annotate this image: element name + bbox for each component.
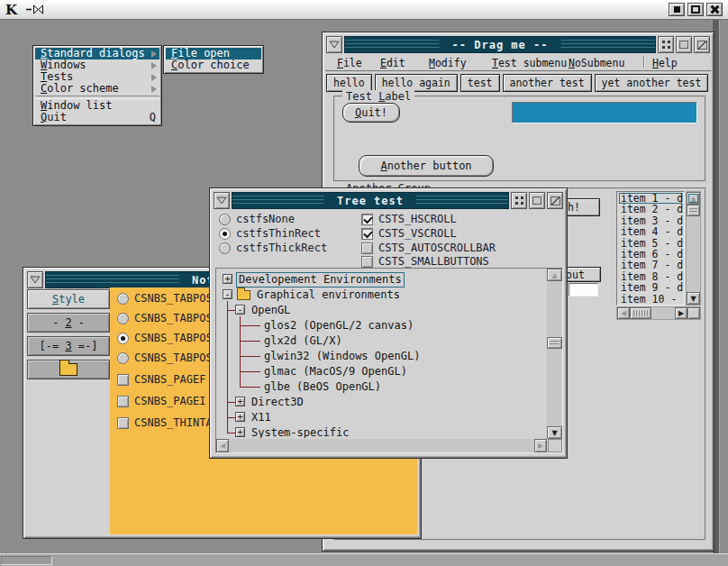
radio-icon[interactable] xyxy=(219,228,231,240)
list-item[interactable]: item 7 - d xyxy=(619,260,682,270)
minimize-button[interactable] xyxy=(669,3,685,16)
menubar-item-test-submenu[interactable]: Test submenu xyxy=(492,57,567,69)
drag-handle-stripes[interactable]: -- Drag me -- xyxy=(344,36,656,53)
tree-item[interactable]: glbe (BeOS OpenGL) xyxy=(217,379,547,395)
menubar-item-nosubmenu[interactable]: NoSubmenu xyxy=(569,57,624,69)
close-button[interactable] xyxy=(706,3,723,16)
tree-item-label[interactable]: glmac (MacOS/9 OpenGL) xyxy=(262,365,409,379)
tree-item-label[interactable]: X11 xyxy=(250,411,273,424)
tree-item-label[interactable]: glbe (BeOS OpenGL) xyxy=(262,380,383,394)
tree-horizontal-scrollbar[interactable]: ◀ ▶ xyxy=(216,439,547,452)
checkbox-vscroll[interactable]: CSTS_VSCROLL xyxy=(361,226,457,241)
tree-item[interactable]: + System-specific xyxy=(217,425,547,438)
tree-test-titlebar[interactable]: Tree test xyxy=(214,192,563,209)
tree-toggle[interactable]: + xyxy=(235,397,245,406)
scrollbar-end-box[interactable] xyxy=(687,307,700,319)
checkbox-pagei[interactable]: CSNBS_PAGEI xyxy=(117,394,205,408)
scroll-up-button[interactable]: ▲ xyxy=(547,269,562,281)
radio-icon[interactable] xyxy=(117,293,129,305)
tree-view[interactable]: + Developement Environments - Graphical … xyxy=(215,268,563,453)
test-button[interactable]: test xyxy=(460,74,500,92)
radio-icon[interactable] xyxy=(219,214,231,225)
scrollbar-trough[interactable] xyxy=(229,439,534,452)
menubar-item-edit[interactable]: Edit xyxy=(380,57,405,69)
menubar-item-file[interactable]: File xyxy=(337,57,362,69)
hello-again-button[interactable]: hello again xyxy=(375,74,458,92)
scrollbar-trough[interactable] xyxy=(547,349,562,426)
tree-item-label[interactable]: Developement Environments xyxy=(237,273,404,287)
taskbar[interactable] xyxy=(0,553,728,566)
window-menu-button[interactable] xyxy=(326,36,342,53)
tree-item[interactable]: glx2d (GL/X) xyxy=(217,333,547,349)
radio-icon[interactable] xyxy=(117,333,129,344)
menubar-item-help[interactable]: Help xyxy=(652,57,678,69)
radio-tabpos-3[interactable]: CSNBS_TABPOS xyxy=(117,331,213,345)
checkbox-icon[interactable] xyxy=(117,396,129,407)
tree-toggle[interactable]: - xyxy=(235,305,245,315)
menu-item-color-scheme[interactable]: Color scheme xyxy=(35,83,159,95)
radio-icon[interactable] xyxy=(219,242,231,254)
tree-vertical-scrollbar[interactable]: ▲ ▼ xyxy=(547,269,562,439)
maximize-window-button[interactable] xyxy=(529,192,545,209)
list-vertical-scrollbar[interactable]: ▲ ▼ xyxy=(686,191,701,306)
text-field[interactable] xyxy=(569,283,598,297)
radio-tabpos-2[interactable]: CSNBS_TABPOS xyxy=(117,311,213,325)
shade-button[interactable] xyxy=(511,192,527,209)
radio-icon[interactable] xyxy=(117,352,129,364)
depth-button[interactable] xyxy=(547,192,563,209)
scroll-left-button[interactable]: ◀ xyxy=(216,439,229,452)
radio-icon[interactable] xyxy=(117,313,129,324)
tree-toggle[interactable]: + xyxy=(235,412,245,422)
tree-item-label[interactable]: glx2d (GL/X) xyxy=(262,334,344,348)
maximize-window-button[interactable] xyxy=(676,36,692,53)
list-item[interactable]: item 2 - d xyxy=(619,204,682,215)
radio-cstfsthickrect[interactable]: cstfsThickRect xyxy=(219,241,327,255)
checkbox-icon[interactable] xyxy=(361,214,373,225)
checkbox-icon[interactable] xyxy=(117,417,129,429)
checkbox-autoscrollbar[interactable]: CSTS_AUTOSCROLLBAR xyxy=(361,241,496,255)
scroll-left-button[interactable]: ◀ xyxy=(617,307,630,319)
tree-item[interactable]: - OpenGL xyxy=(217,303,547,318)
tree-toggle[interactable]: + xyxy=(223,274,232,284)
tab-folder[interactable] xyxy=(27,360,110,379)
taskbar-applet[interactable] xyxy=(1,556,52,565)
another-button[interactable]: Another button xyxy=(359,155,494,177)
another-test-button[interactable]: another test xyxy=(503,74,592,92)
checkbox-icon[interactable] xyxy=(361,242,373,254)
scroll-right-button[interactable]: ▶ xyxy=(675,307,687,319)
radio-tabpos-4[interactable]: CSNBS_TABPOS xyxy=(117,351,213,365)
tree-item-label[interactable]: glos2 (OpenGL/2 canvas) xyxy=(262,319,415,333)
radio-cstfsnone[interactable]: cstfsNone xyxy=(219,212,295,226)
window-menu-button[interactable] xyxy=(214,192,230,209)
checkbox-thinta[interactable]: CSNBS_THINTA xyxy=(117,415,213,430)
tree-item-label[interactable]: OpenGL xyxy=(250,304,292,317)
checkbox-icon[interactable] xyxy=(117,374,129,386)
scroll-right-button[interactable]: ▶ xyxy=(534,439,547,452)
maximize-button[interactable] xyxy=(687,3,704,16)
tree-item[interactable]: glwin32 (Windows OpenGL) xyxy=(217,349,547,364)
hello-button[interactable]: hello xyxy=(326,74,372,92)
scroll-up-button[interactable]: ▲ xyxy=(687,192,700,205)
radio-tabpos-1[interactable]: CSNBS_TABPOS xyxy=(117,291,213,306)
list-item[interactable]: item 9 - d xyxy=(619,282,682,293)
tree-item-label[interactable]: System-specific xyxy=(250,426,350,438)
scrollbar-thumb[interactable] xyxy=(687,205,700,216)
tree-item-label[interactable]: Direct3D xyxy=(250,396,305,409)
tree-item[interactable]: + Developement Environments xyxy=(217,272,547,288)
window-menu-button[interactable] xyxy=(27,271,43,288)
tab-3[interactable]: [-= 3 =-] xyxy=(27,336,110,356)
checkbox-icon[interactable] xyxy=(361,256,373,268)
menu-item-quit[interactable]: QuitQ xyxy=(35,112,159,123)
tree-toggle[interactable]: - xyxy=(223,289,232,299)
quit-button[interactable]: Quit! xyxy=(342,103,400,123)
scrollbar-thumb[interactable] xyxy=(547,337,562,349)
scroll-down-button[interactable]: ▼ xyxy=(687,292,700,305)
radio-cstfsthinrect[interactable]: cstfsThinRect xyxy=(219,226,321,241)
scrollbar-trough[interactable] xyxy=(651,307,675,319)
tree-item[interactable]: + Direct3D xyxy=(217,395,547,410)
list-item[interactable]: item 4 - d xyxy=(619,226,682,237)
menubar-item-modify[interactable]: Modify xyxy=(429,57,467,69)
tree-item-label[interactable]: glwin32 (Windows OpenGL) xyxy=(262,350,422,363)
scrollbar-thumb[interactable] xyxy=(630,307,651,319)
scrollbar-trough[interactable] xyxy=(687,216,700,292)
